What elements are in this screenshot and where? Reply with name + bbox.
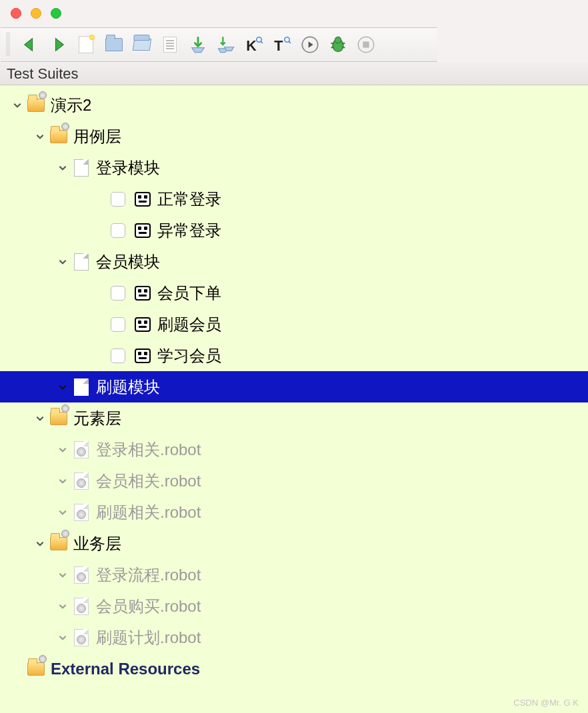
expand-toggle[interactable] [57,382,68,392]
resource-file-icon [72,504,91,521]
svg-line-5 [289,41,291,43]
svg-line-9 [331,43,335,44]
expand-toggle[interactable] [57,507,68,518]
text-search-button[interactable]: T [273,35,291,54]
tree-item-resource[interactable]: 会员相关.robot [0,465,588,496]
tree-item-folder[interactable]: 业务层 [0,528,588,559]
back-button[interactable] [21,35,39,54]
tree-item-suite[interactable]: 登录模块 [0,152,588,183]
tree-item-resource[interactable]: 会员购买.robot [0,590,588,622]
document-button[interactable] [161,35,179,54]
expand-toggle[interactable] [35,413,45,424]
robot-icon [133,222,152,239]
tree-item-testcase[interactable]: 正常登录 [0,183,588,215]
maximize-window-button[interactable] [51,8,61,19]
save-all-button[interactable] [217,35,235,54]
resource-file-icon [72,629,91,646]
tree-label: 刷题会员 [157,314,221,335]
testcase-checkbox[interactable] [111,317,125,332]
expand-toggle[interactable] [57,257,68,267]
tree-item-resource[interactable]: 刷题相关.robot [0,496,588,528]
svg-line-12 [342,47,345,48]
tree-item-testcase[interactable]: 会员下单 [0,277,588,309]
tree-item-testcase[interactable]: 学习会员 [0,340,588,371]
tree-label: 会员模块 [96,251,160,273]
tree-label: 异常登录 [157,220,221,241]
panel-header: Test Suites [0,63,588,85]
panel-title: Test Suites [7,65,79,83]
stop-button[interactable] [357,35,375,54]
tree-item-testcase[interactable]: 异常登录 [0,215,588,246]
tree-item-suite[interactable]: 会员模块 [0,246,588,277]
tree-item-resource[interactable]: 登录相关.robot [0,434,588,465]
svg-line-2 [261,41,263,43]
expand-toggle[interactable] [35,538,45,549]
tree-label: 用例层 [73,126,121,147]
resource-file-icon [72,472,91,490]
close-window-button[interactable] [11,8,21,19]
open-folder-button[interactable] [105,35,123,54]
expand-toggle[interactable] [57,476,68,486]
run-button[interactable] [301,35,319,54]
toolbar-grip[interactable] [6,33,10,57]
folder-icon [27,660,45,678]
forward-button[interactable] [49,35,67,54]
expand-toggle[interactable] [57,444,68,455]
tree-label: 刷题模块 [96,376,160,398]
tree-item-suite-selected[interactable]: 刷题模块 [0,371,588,402]
tree-label: 演示2 [51,95,91,116]
save-button[interactable] [189,35,207,54]
tree-label: 正常登录 [157,189,221,210]
robot-icon [133,316,152,333]
watermark: CSDN @Mr. G K [513,698,579,708]
expand-toggle[interactable] [57,163,68,173]
file-icon [72,253,91,271]
tree-view[interactable]: 演示2 用例层 登录模块 正常登录 异常登录 会员模块 会员下单 [0,85,588,713]
folder-icon [49,128,68,145]
svg-point-8 [335,37,341,43]
testcase-checkbox[interactable] [111,286,125,301]
file-icon [72,378,91,396]
keyword-search-button[interactable]: K [245,35,263,54]
tree-label: 业务层 [73,533,121,554]
expand-toggle[interactable] [35,131,45,142]
svg-text:K: K [246,38,257,54]
svg-text:T: T [274,38,283,54]
tree-label: 刷题计划.robot [96,627,201,648]
tree-label: 会员下单 [157,283,221,304]
tree-label: 刷题相关.robot [96,502,201,523]
folder-icon [49,535,68,552]
expand-toggle[interactable] [12,100,23,111]
tree-label: 登录模块 [96,157,160,179]
debug-button[interactable] [329,35,347,54]
tree-item-resource[interactable]: 刷题计划.robot [0,622,588,653]
folder-icon [27,97,45,114]
new-file-button[interactable] [77,35,95,54]
svg-line-10 [342,43,345,44]
tree-label: External Resources [51,660,200,678]
tree-label: 登录流程.robot [96,564,201,586]
tree-label: 登录相关.robot [96,439,201,460]
tree-item-root[interactable]: 演示2 [0,89,588,121]
resource-file-icon [72,598,91,615]
expand-toggle[interactable] [57,570,68,580]
tree-item-folder[interactable]: 元素层 [0,402,588,434]
robot-icon [133,191,152,208]
toolbar: K T [1,27,437,62]
resource-file-icon [72,441,91,458]
testcase-checkbox[interactable] [111,192,125,207]
testcase-checkbox[interactable] [111,223,125,238]
window-titlebar [0,0,588,27]
minimize-window-button[interactable] [31,8,41,19]
tree-label: 会员购买.robot [96,596,201,617]
testcase-checkbox[interactable] [111,349,125,363]
open-folder-2-button[interactable] [133,35,151,54]
svg-line-11 [331,47,335,48]
resource-file-icon [72,566,91,584]
expand-toggle[interactable] [57,601,68,612]
tree-item-testcase[interactable]: 刷题会员 [0,309,588,340]
tree-item-external-resources[interactable]: External Resources [0,653,588,684]
tree-item-folder[interactable]: 用例层 [0,121,588,152]
tree-item-resource[interactable]: 登录流程.robot [0,559,588,590]
expand-toggle[interactable] [57,632,68,643]
